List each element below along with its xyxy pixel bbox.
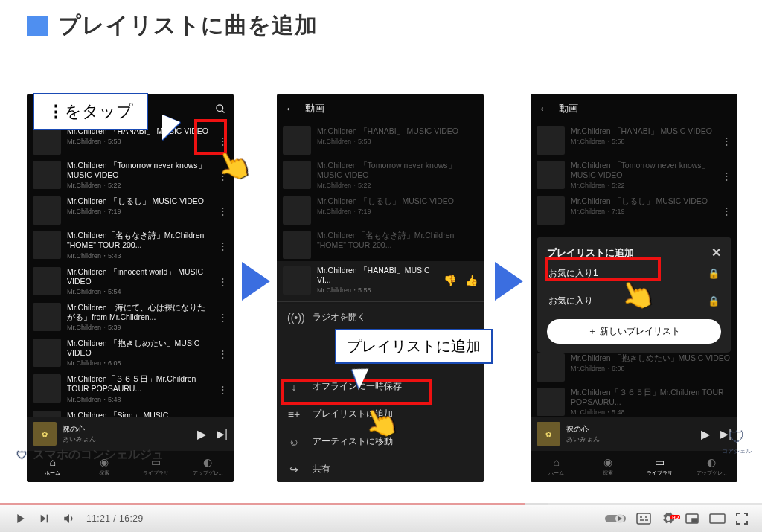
topbar-title: 動画 <box>305 102 324 115</box>
topbar-title: 動画 <box>559 102 578 115</box>
radio-icon: ((•)) <box>287 312 301 324</box>
callout-1-tail <box>162 115 180 140</box>
nav-explore[interactable]: ◉探索 <box>583 451 635 482</box>
upgrade-icon: ◐ <box>707 456 716 468</box>
callout-1-text: をタップ <box>65 100 133 123</box>
mini-player-thumbnail: ✿ <box>33 422 57 446</box>
song-row: Mr.Children 「innocent world」 MUSIC VIDEO… <box>27 264 234 300</box>
slide-content: プレイリストに曲を追加 ⋮ をタップ 👆 Mr.Children 「HANABI… <box>0 0 762 491</box>
kebab-icon[interactable]: ⋮ <box>217 205 228 217</box>
highlight-box-kebab <box>194 119 227 155</box>
song-artist: Mr.Children・5:54 <box>67 287 211 297</box>
kebab-icon[interactable]: ⋮ <box>217 312 228 323</box>
svg-rect-12 <box>710 514 725 523</box>
menu-share[interactable]: ↪共有 <box>277 455 484 482</box>
channel-watermark: 🛡 スマホのコンシェルジュ <box>16 447 164 463</box>
miniplayer-button[interactable] <box>680 513 704 524</box>
slide-title: プレイリストに曲を追加 <box>58 10 318 41</box>
song-thumbnail <box>33 231 61 259</box>
song-artist: Mr.Children・6:08 <box>67 359 211 368</box>
artist-icon: ☺ <box>287 436 301 448</box>
phone2-action-sheet: Mr.Children 「HANABI」MUSIC VI... Mr.Child… <box>277 261 484 482</box>
song-artist: Mr.Children・5:58 <box>67 137 211 147</box>
song-thumbnail <box>283 266 311 295</box>
kebab-icon[interactable]: ⋮ <box>217 348 228 359</box>
arrow-right-icon <box>242 262 270 301</box>
captions-button[interactable] <box>631 513 656 525</box>
kebab-icon[interactable]: ⋮ <box>217 384 228 395</box>
song-artist: Mr.Children・5:22 <box>67 181 211 190</box>
slide-title-row: プレイリストに曲を追加 <box>27 10 318 41</box>
theater-mode-button[interactable] <box>704 513 731 524</box>
mini-player-meta: 裸の心 あいみょん <box>566 424 691 444</box>
mini-player-artist: あいみょん <box>566 435 691 444</box>
home-icon: ⌂ <box>554 456 560 468</box>
mini-player[interactable]: ✿ 裸の心 あいみょん ▶ ▶| <box>27 417 234 451</box>
next-button[interactable] <box>33 513 57 525</box>
song-thumbnail <box>33 303 61 331</box>
thumbs-up-icon[interactable]: 👍 <box>465 275 478 286</box>
next-icon[interactable]: ▶| <box>217 428 228 440</box>
thumbs-down-icon[interactable]: 👎 <box>444 275 456 286</box>
compass-icon: ◉ <box>603 456 612 468</box>
selected-song-title: Mr.Children 「HANABI」MUSIC VI... <box>317 266 438 285</box>
kebab-icon[interactable]: ⋮ <box>217 240 228 251</box>
play-button[interactable] <box>9 513 33 525</box>
song-title: Mr.Children 「Tomorrow never knows」 MUSIC… <box>67 161 211 180</box>
song-thumbnail <box>33 161 61 189</box>
autoplay-toggle[interactable] <box>600 513 631 524</box>
close-icon[interactable]: ✕ <box>711 246 721 260</box>
song-row: Mr.Children 「しるし」 MUSIC VIDEOMr.Children… <box>27 193 234 228</box>
menu-radio[interactable]: ((•))ラジオを開く <box>277 304 484 331</box>
mini-player-title: 裸の心 <box>63 424 187 435</box>
new-playlist-button[interactable]: ＋ 新しいプレイリスト <box>547 319 721 344</box>
svg-rect-9 <box>637 513 650 524</box>
shield-icon: 🛡 <box>722 428 752 447</box>
song-title: Mr.Children「３６５日」Mr.Children TOUR POPSAU… <box>67 374 211 394</box>
phone3-dimmed-list: Mr.Children 「HANABI」 MUSIC VIDEOMr.Child… <box>531 124 737 228</box>
selected-song-artist: Mr.Children・5:58 <box>317 286 438 295</box>
nav-upgrade[interactable]: ◐アップグレ... <box>182 451 234 482</box>
kebab-glyph: ⋮ <box>48 102 62 121</box>
play-icon[interactable]: ▶ <box>697 427 714 441</box>
nav-upgrade[interactable]: ◐アップグレ... <box>686 451 738 482</box>
song-thumbnail <box>33 339 61 367</box>
song-artist: Mr.Children・5:43 <box>67 251 211 261</box>
back-arrow-icon[interactable]: ← <box>284 101 298 117</box>
phone2-topbar: ← 動画 <box>277 94 484 124</box>
time-current: 11:21 <box>86 513 111 524</box>
nav-home[interactable]: ⌂ホーム <box>531 451 583 482</box>
playlist-name: お気に入り <box>548 295 593 307</box>
song-title: Mr.Children 「抱きしめたい」MUSIC VIDEO <box>67 339 211 358</box>
svg-rect-4 <box>47 515 48 523</box>
mini-player[interactable]: ✿ 裸の心 あいみょん ▶ ▶| <box>531 417 737 451</box>
mini-player-thumbnail: ✿ <box>537 422 560 446</box>
settings-button[interactable]: HD <box>656 512 680 525</box>
svg-point-0 <box>217 104 223 111</box>
search-icon[interactable] <box>215 103 226 115</box>
song-row: Mr.Children「名もなき詩」Mr.Children "HOME" TOU… <box>27 228 234 263</box>
song-title: Mr.Children「海にて、心は裸になりたがる」from Mr.Childr… <box>67 303 211 322</box>
back-arrow-icon[interactable]: ← <box>538 101 551 117</box>
svg-line-1 <box>222 110 224 112</box>
nav-library[interactable]: ▭ライブラリ <box>634 451 686 482</box>
time-total: 16:29 <box>119 513 144 524</box>
song-thumbnail <box>33 126 61 155</box>
volume-button[interactable] <box>57 512 82 525</box>
youtube-video-frame: プレイリストに曲を追加 ⋮ をタップ 👆 Mr.Children 「HANABI… <box>0 0 762 532</box>
song-artist: Mr.Children・5:48 <box>67 395 211 405</box>
mini-player-artist: あいみょん <box>63 435 187 444</box>
song-row: Mr.Children「海にて、心は裸になりたがる」from Mr.Childr… <box>27 300 234 336</box>
callout-add-playlist: プレイリストに追加 <box>335 329 493 364</box>
fullscreen-button[interactable] <box>731 513 753 525</box>
song-title: Mr.Children 「しるし」 MUSIC VIDEO <box>67 196 211 206</box>
shield-icon: 🛡 <box>16 449 30 461</box>
svg-rect-11 <box>692 519 697 522</box>
song-thumbnail <box>33 196 61 225</box>
arrow-right-icon <box>495 262 523 301</box>
song-title: Mr.Children「名もなき詩」Mr.Children "HOME" TOU… <box>67 231 211 250</box>
lock-icon: 🔒 <box>708 295 720 307</box>
kebab-icon[interactable]: ⋮ <box>217 276 228 287</box>
play-icon[interactable]: ▶ <box>193 427 211 441</box>
bottom-nav: ⌂ホーム ◉探索 ▭ライブラリ ◐アップグレ... <box>531 451 737 482</box>
